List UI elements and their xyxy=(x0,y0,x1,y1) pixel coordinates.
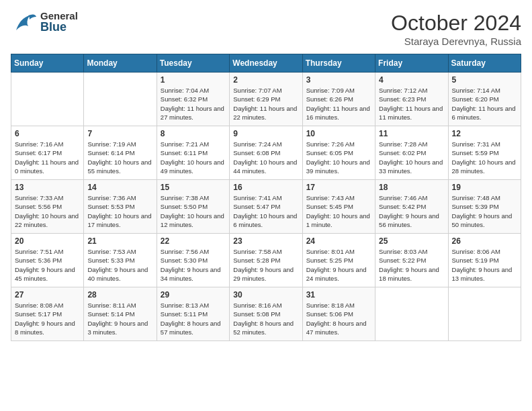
day-detail: Sunrise: 7:36 AMSunset: 5:53 PMDaylight:… xyxy=(87,193,152,229)
day-detail: Sunrise: 7:41 AMSunset: 5:47 PMDaylight:… xyxy=(233,193,298,229)
calendar-day-cell: 14Sunrise: 7:36 AMSunset: 5:53 PMDayligh… xyxy=(84,180,157,234)
calendar-day-cell: 31Sunrise: 8:18 AMSunset: 5:06 PMDayligh… xyxy=(302,287,375,341)
day-detail: Sunrise: 7:14 AMSunset: 6:20 PMDaylight:… xyxy=(452,86,517,122)
day-number: 3 xyxy=(306,75,371,85)
day-number: 5 xyxy=(452,75,517,85)
day-detail: Sunrise: 7:16 AMSunset: 6:17 PMDaylight:… xyxy=(15,140,80,175)
calendar-day-cell: 9Sunrise: 7:24 AMSunset: 6:08 PMDaylight… xyxy=(230,126,302,180)
day-of-week-header: Tuesday xyxy=(157,54,229,73)
calendar-day-cell xyxy=(84,73,157,126)
day-number: 27 xyxy=(15,290,80,300)
day-detail: Sunrise: 8:03 AMSunset: 5:22 PMDaylight:… xyxy=(379,247,444,283)
day-detail: Sunrise: 7:21 AMSunset: 6:11 PMDaylight:… xyxy=(161,140,226,175)
day-number: 21 xyxy=(87,236,152,246)
calendar-day-cell: 1Sunrise: 7:04 AMSunset: 6:32 PMDaylight… xyxy=(157,73,229,126)
calendar-day-cell: 6Sunrise: 7:16 AMSunset: 6:17 PMDaylight… xyxy=(11,126,84,180)
calendar-day-cell xyxy=(448,287,521,341)
day-detail: Sunrise: 8:18 AMSunset: 5:06 PMDaylight:… xyxy=(306,301,371,336)
day-number: 15 xyxy=(161,183,226,192)
day-detail: Sunrise: 7:12 AMSunset: 6:23 PMDaylight:… xyxy=(379,86,444,122)
calendar-week-row: 20Sunrise: 7:51 AMSunset: 5:36 PMDayligh… xyxy=(11,234,521,287)
title-block: October 2024 Staraya Derevnya, Russia xyxy=(391,11,521,47)
calendar-day-cell: 13Sunrise: 7:33 AMSunset: 5:56 PMDayligh… xyxy=(11,180,84,234)
calendar-day-cell: 12Sunrise: 7:31 AMSunset: 5:59 PMDayligh… xyxy=(448,126,521,180)
day-number: 25 xyxy=(379,236,444,246)
day-detail: Sunrise: 7:24 AMSunset: 6:08 PMDaylight:… xyxy=(233,140,298,175)
day-number: 6 xyxy=(15,129,80,138)
calendar-day-cell: 2Sunrise: 7:07 AMSunset: 6:29 PMDaylight… xyxy=(230,73,302,126)
calendar-week-row: 6Sunrise: 7:16 AMSunset: 6:17 PMDaylight… xyxy=(11,126,521,180)
day-number: 12 xyxy=(452,129,517,138)
calendar-day-cell: 4Sunrise: 7:12 AMSunset: 6:23 PMDaylight… xyxy=(375,73,448,126)
calendar-day-cell: 19Sunrise: 7:48 AMSunset: 5:39 PMDayligh… xyxy=(448,180,521,234)
day-number: 1 xyxy=(161,75,226,85)
calendar-day-cell: 3Sunrise: 7:09 AMSunset: 6:26 PMDaylight… xyxy=(302,73,375,126)
day-number: 18 xyxy=(379,183,444,192)
day-detail: Sunrise: 7:09 AMSunset: 6:26 PMDaylight:… xyxy=(306,86,371,122)
calendar-week-row: 27Sunrise: 8:08 AMSunset: 5:17 PMDayligh… xyxy=(11,287,521,341)
calendar-day-cell: 16Sunrise: 7:41 AMSunset: 5:47 PMDayligh… xyxy=(230,180,302,234)
calendar-day-cell: 24Sunrise: 8:01 AMSunset: 5:25 PMDayligh… xyxy=(302,234,375,287)
calendar-week-row: 13Sunrise: 7:33 AMSunset: 5:56 PMDayligh… xyxy=(11,180,521,234)
day-number: 11 xyxy=(379,129,444,138)
calendar-day-cell: 18Sunrise: 7:46 AMSunset: 5:42 PMDayligh… xyxy=(375,180,448,234)
day-detail: Sunrise: 7:51 AMSunset: 5:36 PMDaylight:… xyxy=(15,247,80,283)
day-of-week-header: Friday xyxy=(375,54,448,73)
calendar-header-row: SundayMondayTuesdayWednesdayThursdayFrid… xyxy=(11,54,521,73)
calendar-day-cell: 23Sunrise: 7:58 AMSunset: 5:28 PMDayligh… xyxy=(230,234,302,287)
day-number: 13 xyxy=(15,183,80,192)
day-detail: Sunrise: 8:06 AMSunset: 5:19 PMDaylight:… xyxy=(452,247,517,283)
day-detail: Sunrise: 7:56 AMSunset: 5:30 PMDaylight:… xyxy=(161,247,226,283)
day-number: 22 xyxy=(161,236,226,246)
day-detail: Sunrise: 8:16 AMSunset: 5:08 PMDaylight:… xyxy=(233,301,298,336)
day-detail: Sunrise: 7:48 AMSunset: 5:39 PMDaylight:… xyxy=(452,193,517,229)
day-number: 4 xyxy=(379,75,444,85)
calendar-day-cell: 5Sunrise: 7:14 AMSunset: 6:20 PMDaylight… xyxy=(448,73,521,126)
day-detail: Sunrise: 8:01 AMSunset: 5:25 PMDaylight:… xyxy=(306,247,371,283)
day-of-week-header: Saturday xyxy=(448,54,521,73)
day-detail: Sunrise: 7:28 AMSunset: 6:02 PMDaylight:… xyxy=(379,140,444,175)
calendar-day-cell: 11Sunrise: 7:28 AMSunset: 6:02 PMDayligh… xyxy=(375,126,448,180)
day-number: 28 xyxy=(87,290,152,300)
calendar-day-cell: 8Sunrise: 7:21 AMSunset: 6:11 PMDaylight… xyxy=(157,126,229,180)
calendar-day-cell xyxy=(375,287,448,341)
calendar-day-cell xyxy=(11,73,84,126)
day-detail: Sunrise: 7:19 AMSunset: 6:14 PMDaylight:… xyxy=(87,140,152,175)
day-detail: Sunrise: 7:43 AMSunset: 5:45 PMDaylight:… xyxy=(306,193,371,229)
day-detail: Sunrise: 8:08 AMSunset: 5:17 PMDaylight:… xyxy=(15,301,80,336)
calendar-day-cell: 25Sunrise: 8:03 AMSunset: 5:22 PMDayligh… xyxy=(375,234,448,287)
day-detail: Sunrise: 7:33 AMSunset: 5:56 PMDaylight:… xyxy=(15,193,80,229)
logo-wordmark: General Blue xyxy=(40,11,78,33)
day-detail: Sunrise: 7:07 AMSunset: 6:29 PMDaylight:… xyxy=(233,86,298,122)
day-number: 20 xyxy=(15,236,80,246)
day-detail: Sunrise: 7:53 AMSunset: 5:33 PMDaylight:… xyxy=(87,247,152,283)
day-of-week-header: Sunday xyxy=(11,54,84,73)
month-title: October 2024 xyxy=(391,11,521,36)
calendar-day-cell: 30Sunrise: 8:16 AMSunset: 5:08 PMDayligh… xyxy=(230,287,302,341)
calendar-table: SundayMondayTuesdayWednesdayThursdayFrid… xyxy=(11,54,521,341)
calendar-day-cell: 29Sunrise: 8:13 AMSunset: 5:11 PMDayligh… xyxy=(157,287,229,341)
day-detail: Sunrise: 8:11 AMSunset: 5:14 PMDaylight:… xyxy=(87,301,152,336)
logo: General Blue xyxy=(11,11,78,33)
logo-general-text: General xyxy=(40,11,78,21)
calendar-day-cell: 20Sunrise: 7:51 AMSunset: 5:36 PMDayligh… xyxy=(11,234,84,287)
day-number: 2 xyxy=(233,75,298,85)
calendar-day-cell: 15Sunrise: 7:38 AMSunset: 5:50 PMDayligh… xyxy=(157,180,229,234)
day-number: 10 xyxy=(306,129,371,138)
day-detail: Sunrise: 7:31 AMSunset: 5:59 PMDaylight:… xyxy=(452,140,517,175)
day-number: 30 xyxy=(233,290,298,300)
day-number: 29 xyxy=(161,290,226,300)
day-detail: Sunrise: 7:26 AMSunset: 6:05 PMDaylight:… xyxy=(306,140,371,175)
logo-blue-text: Blue xyxy=(40,21,78,33)
day-detail: Sunrise: 7:46 AMSunset: 5:42 PMDaylight:… xyxy=(379,193,444,229)
calendar-day-cell: 26Sunrise: 8:06 AMSunset: 5:19 PMDayligh… xyxy=(448,234,521,287)
day-number: 14 xyxy=(87,183,152,192)
day-detail: Sunrise: 7:58 AMSunset: 5:28 PMDaylight:… xyxy=(233,247,298,283)
day-number: 31 xyxy=(306,290,371,300)
day-number: 16 xyxy=(233,183,298,192)
day-of-week-header: Monday xyxy=(84,54,157,73)
day-number: 23 xyxy=(233,236,298,246)
day-number: 26 xyxy=(452,236,517,246)
location-subtitle: Staraya Derevnya, Russia xyxy=(391,36,521,47)
calendar-day-cell: 21Sunrise: 7:53 AMSunset: 5:33 PMDayligh… xyxy=(84,234,157,287)
